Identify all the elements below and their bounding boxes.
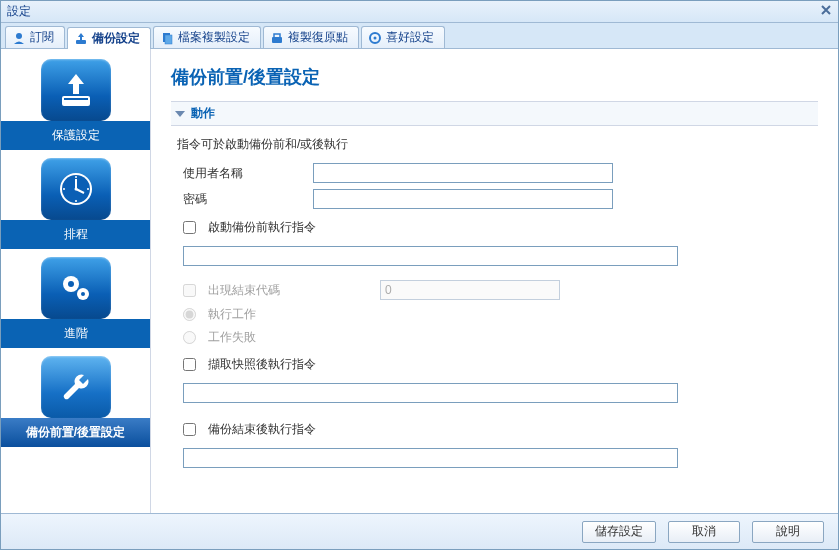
sidebar-item-label: 備份前置/後置設定 bbox=[1, 418, 150, 447]
svg-point-0 bbox=[16, 33, 22, 39]
exit-code-checkbox bbox=[183, 284, 196, 297]
svg-rect-1 bbox=[76, 40, 86, 44]
fail-job-radio bbox=[183, 331, 196, 344]
section-actions-header[interactable]: 動作 bbox=[171, 101, 818, 126]
post-backup-checkbox[interactable] bbox=[183, 423, 196, 436]
row-run-job: 執行工作 bbox=[183, 306, 818, 323]
row-post-backup: 備份結束後執行指令 bbox=[183, 421, 818, 438]
chevron-down-icon bbox=[175, 111, 185, 117]
sidebar-item-label: 保護設定 bbox=[1, 121, 150, 150]
sidebar-item-advanced[interactable]: 進階 bbox=[1, 257, 150, 348]
sidebar: 保護設定 排程 bbox=[1, 49, 151, 513]
svg-point-19 bbox=[68, 281, 74, 287]
row-pre-command: 啟動備份前執行指令 bbox=[183, 219, 818, 236]
row-exit-code: 出現結束代碼 bbox=[183, 280, 818, 300]
copy-restore-icon bbox=[270, 31, 284, 45]
tab-subscription[interactable]: 訂閱 bbox=[5, 26, 65, 48]
pre-command-input[interactable] bbox=[183, 246, 678, 266]
tab-file-copy-settings[interactable]: 檔案複製設定 bbox=[153, 26, 261, 48]
svg-rect-8 bbox=[64, 98, 88, 100]
close-button[interactable] bbox=[818, 4, 834, 20]
post-snapshot-label: 擷取快照後執行指令 bbox=[208, 356, 316, 373]
section-description: 指令可於啟動備份前和/或後執行 bbox=[177, 136, 818, 153]
username-label: 使用者名稱 bbox=[183, 165, 313, 182]
files-icon bbox=[160, 31, 174, 45]
page-title: 備份前置/後置設定 bbox=[171, 65, 818, 89]
drive-icon bbox=[74, 32, 88, 46]
tab-label: 備份設定 bbox=[92, 30, 140, 47]
sidebar-item-pre-post[interactable]: 備份前置/後置設定 bbox=[1, 356, 150, 447]
pre-command-label: 啟動備份前執行指令 bbox=[208, 219, 316, 236]
run-job-radio bbox=[183, 308, 196, 321]
pre-command-checkbox[interactable] bbox=[183, 221, 196, 234]
svg-point-15 bbox=[87, 188, 89, 190]
tab-label: 檔案複製設定 bbox=[178, 29, 250, 46]
close-icon bbox=[820, 4, 832, 19]
titlebar: 設定 bbox=[1, 1, 838, 23]
cancel-button[interactable]: 取消 bbox=[668, 521, 740, 543]
sidebar-item-label: 排程 bbox=[1, 220, 150, 249]
drive-download-icon bbox=[41, 59, 111, 121]
footer: 儲存設定 取消 說明 bbox=[1, 513, 838, 549]
tabstrip: 訂閱 備份設定 檔案複製設定 複製復原點 喜好設定 bbox=[1, 23, 838, 49]
exit-code-input bbox=[380, 280, 560, 300]
tab-label: 訂閱 bbox=[30, 29, 54, 46]
row-post-snapshot: 擷取快照後執行指令 bbox=[183, 356, 818, 373]
post-snapshot-checkbox[interactable] bbox=[183, 358, 196, 371]
post-backup-label: 備份結束後執行指令 bbox=[208, 421, 316, 438]
sidebar-item-schedule[interactable]: 排程 bbox=[1, 158, 150, 249]
post-snapshot-block bbox=[183, 379, 818, 411]
help-button[interactable]: 說明 bbox=[752, 521, 824, 543]
gear-small-icon bbox=[368, 31, 382, 45]
svg-point-14 bbox=[75, 176, 77, 178]
row-password: 密碼 bbox=[183, 189, 818, 209]
svg-point-6 bbox=[374, 36, 377, 39]
post-backup-block bbox=[183, 444, 818, 476]
password-label: 密碼 bbox=[183, 191, 313, 208]
svg-rect-7 bbox=[62, 96, 90, 106]
svg-point-21 bbox=[81, 292, 85, 296]
svg-rect-3 bbox=[165, 35, 172, 44]
window-title: 設定 bbox=[7, 3, 31, 20]
fail-job-label: 工作失敗 bbox=[208, 329, 256, 346]
user-icon bbox=[12, 31, 26, 45]
svg-point-16 bbox=[75, 200, 77, 202]
pre-command-block: 出現結束代碼 執行工作 工作失敗 bbox=[183, 242, 818, 346]
gears-icon bbox=[41, 257, 111, 319]
clock-icon bbox=[41, 158, 111, 220]
password-input[interactable] bbox=[313, 189, 613, 209]
save-button[interactable]: 儲存設定 bbox=[582, 521, 656, 543]
run-job-label: 執行工作 bbox=[208, 306, 256, 323]
svg-rect-4 bbox=[272, 37, 282, 43]
tab-label: 喜好設定 bbox=[386, 29, 434, 46]
post-backup-input[interactable] bbox=[183, 448, 678, 468]
tab-copy-restore-point[interactable]: 複製復原點 bbox=[263, 26, 359, 48]
wrench-icon bbox=[41, 356, 111, 418]
svg-point-17 bbox=[63, 188, 65, 190]
tab-preferences[interactable]: 喜好設定 bbox=[361, 26, 445, 48]
tab-backup-settings[interactable]: 備份設定 bbox=[67, 27, 151, 49]
username-input[interactable] bbox=[313, 163, 613, 183]
exit-code-label: 出現結束代碼 bbox=[208, 282, 368, 299]
sidebar-item-label: 進階 bbox=[1, 319, 150, 348]
sidebar-item-protection[interactable]: 保護設定 bbox=[1, 59, 150, 150]
body: 保護設定 排程 bbox=[1, 49, 838, 513]
post-snapshot-input[interactable] bbox=[183, 383, 678, 403]
main-content: 備份前置/後置設定 動作 指令可於啟動備份前和/或後執行 使用者名稱 密碼 啟動… bbox=[151, 49, 838, 513]
row-username: 使用者名稱 bbox=[183, 163, 818, 183]
section-title: 動作 bbox=[191, 105, 215, 122]
tab-label: 複製復原點 bbox=[288, 29, 348, 46]
row-fail-job: 工作失敗 bbox=[183, 329, 818, 346]
settings-window: 設定 訂閱 備份設定 檔案複製設定 bbox=[0, 0, 839, 550]
